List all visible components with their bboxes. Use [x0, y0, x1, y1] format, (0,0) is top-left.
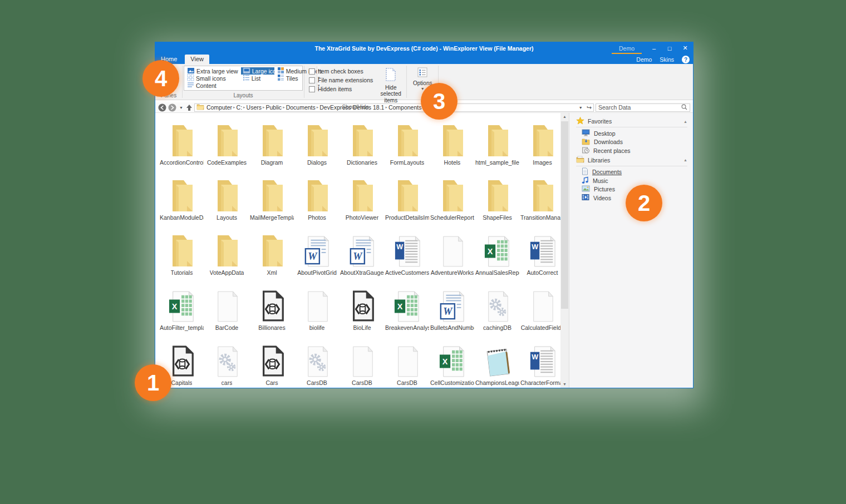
gallery-item-list[interactable]: List [241, 75, 274, 82]
checkbox-icon[interactable] [309, 68, 315, 75]
file-item[interactable]: VoteAppData [204, 232, 249, 287]
file-item[interactable]: WActiveCustomers [385, 232, 430, 287]
file-item[interactable]: XCellCustomization [430, 342, 475, 397]
search-input[interactable] [598, 104, 681, 111]
file-item[interactable]: FormLayouts [385, 122, 430, 177]
file-item[interactable]: XAnnualSalesReport [475, 232, 520, 287]
breadcrumb-segment[interactable]: Users [245, 104, 263, 111]
checkbox-hidden-items[interactable]: Hidden items [309, 86, 373, 92]
hide-selected-icon [385, 67, 397, 83]
file-item[interactable]: XBreakevenAnalysis [385, 287, 430, 342]
file-item[interactable]: cachingDB [475, 287, 520, 342]
file-item[interactable]: CodeExamples [204, 122, 249, 177]
file-item[interactable]: WAboutXtraGauges [340, 232, 385, 287]
forward-button[interactable] [168, 103, 176, 112]
refresh-icon[interactable]: ↪ [587, 104, 592, 111]
file-item[interactable]: Billionares [249, 287, 294, 342]
file-item[interactable]: KanbanModuleData [159, 177, 204, 232]
sidebar-section-libraries[interactable]: Libraries▲ [576, 155, 687, 165]
close-button[interactable]: ✕ [677, 42, 693, 54]
maximize-button[interactable]: □ [662, 42, 677, 54]
file-item[interactable]: WAutoCorrect [520, 232, 565, 287]
file-item[interactable]: Layouts [204, 177, 249, 232]
file-item[interactable]: CarsDB [294, 342, 340, 397]
file-item[interactable]: html_sample_files [475, 122, 520, 177]
vertical-scrollbar[interactable]: ▲ ▼ [560, 113, 569, 388]
file-item[interactable]: WBulletsAndNumbe... [430, 287, 475, 342]
file-item[interactable]: Xml [249, 232, 294, 287]
file-item[interactable]: CalculatedFields [520, 287, 565, 342]
file-item[interactable]: CarsDB [340, 342, 385, 397]
gallery-item-content[interactable]: Content [185, 82, 240, 89]
folder-icon [258, 177, 287, 213]
file-item[interactable]: Hotels [430, 122, 475, 177]
checkbox-icon[interactable] [309, 86, 315, 92]
file-item[interactable]: Diagram [249, 122, 294, 177]
address-dropdown-icon[interactable]: ▼ [578, 106, 584, 110]
minimize-button[interactable]: – [646, 42, 662, 54]
breadcrumb-segment[interactable]: Computer [205, 104, 233, 111]
scrollbar-track[interactable] [560, 120, 569, 381]
file-item[interactable]: Cars [249, 342, 294, 397]
recent-places-icon [582, 146, 589, 155]
help-icon[interactable]: ? [682, 56, 690, 63]
back-button[interactable] [158, 103, 166, 112]
sidebar-item-recent-places[interactable]: Recent places [576, 146, 687, 155]
sidebar-item-desktop[interactable]: Desktop [576, 129, 687, 138]
search-icon[interactable] [681, 102, 687, 112]
file-item[interactable]: SchedulerReport... [430, 177, 475, 232]
file-name: Dictionaries [347, 159, 377, 166]
breadcrumb-segment[interactable]: C: [235, 104, 244, 111]
sidebar-section-favorites[interactable]: Favorites▲ [576, 116, 687, 126]
file-item[interactable]: ChampionsLeagu... [475, 342, 520, 397]
collapse-chevron-icon[interactable]: ▲ [683, 158, 687, 162]
file-item[interactable]: Tutorials [159, 232, 204, 287]
up-button[interactable] [186, 104, 193, 111]
file-item[interactable]: PhotoViewer [340, 177, 385, 232]
scroll-down-icon[interactable]: ▼ [560, 381, 569, 388]
file-item[interactable]: ShapeFiles [475, 177, 520, 232]
database-icon [168, 342, 196, 378]
file-item[interactable]: Images [520, 122, 565, 177]
file-name: BarCode [215, 324, 238, 331]
sidebar-item-downloads[interactable]: Downloads [576, 138, 687, 147]
file-item[interactable]: WAboutPivotGrid [294, 232, 340, 287]
file-item[interactable]: MailMergeTempla... [249, 177, 294, 232]
history-dropdown-icon[interactable]: ▼ [178, 106, 184, 110]
svg-text:W: W [396, 243, 403, 251]
file-item[interactable]: TransitionManag... [520, 177, 565, 232]
file-item[interactable]: AdventureWorks [430, 232, 475, 287]
tab-view[interactable]: View [185, 55, 209, 64]
link-demo[interactable]: Demo [636, 56, 652, 63]
file-item[interactable]: CarsDB [385, 342, 430, 397]
breadcrumb-segment[interactable]: Public [265, 104, 283, 111]
hide-selected-items-button[interactable]: Hide selected items [376, 66, 405, 103]
file-item[interactable]: WCharacterFormat... [520, 342, 565, 397]
folder-icon [258, 122, 287, 157]
folder-icon [213, 232, 242, 268]
file-item[interactable]: Dialogs [294, 122, 340, 177]
file-item[interactable]: Dictionaries [340, 122, 385, 177]
file-item[interactable]: Photos [294, 177, 340, 232]
file-item[interactable]: BarCode [204, 287, 249, 342]
gears-icon [485, 287, 510, 323]
titlebar-demo-tab[interactable]: Demo [607, 42, 646, 54]
sidebar-item-music[interactable]: Music [576, 176, 687, 185]
checkbox-file-name-extensions[interactable]: File name extensions [309, 77, 373, 83]
file-item[interactable]: ProductDetailsIm... [385, 177, 430, 232]
link-skins[interactable]: Skins [660, 56, 674, 63]
checkbox-icon[interactable] [309, 77, 315, 83]
scroll-up-icon[interactable]: ▲ [560, 113, 569, 120]
file-item[interactable]: AccordionControl... [159, 122, 204, 177]
file-item[interactable]: BioLife [340, 287, 385, 342]
collapse-chevron-icon[interactable]: ▲ [683, 120, 687, 123]
file-item[interactable]: XAutoFilter_template [159, 287, 204, 342]
sidebar-item-documents[interactable]: Documents [576, 168, 687, 177]
svg-text:W: W [532, 353, 538, 361]
folder-icon [303, 177, 332, 213]
scrollbar-thumb[interactable] [561, 121, 568, 309]
file-name: SchedulerReport... [430, 214, 474, 221]
checkbox-item-check-boxes[interactable]: Item check boxes [309, 68, 373, 75]
file-item[interactable]: biolife [294, 287, 340, 342]
file-item[interactable]: cars [204, 342, 249, 397]
